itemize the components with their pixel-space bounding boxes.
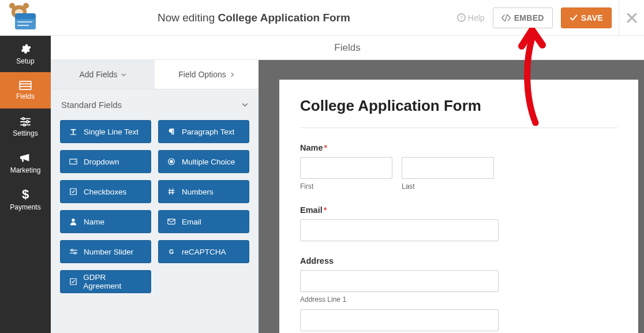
fields-panel: Add Fields Field Options Standard Fields xyxy=(51,60,259,333)
address-line1-input[interactable] xyxy=(300,270,499,292)
email-icon xyxy=(167,218,176,225)
field-gdpr-agreement[interactable]: GDPR Agreement xyxy=(60,270,151,293)
standard-fields-section[interactable]: Standard Fields xyxy=(51,89,259,120)
app-logo xyxy=(0,5,51,31)
embed-button[interactable]: EMBED xyxy=(493,8,553,28)
close-icon xyxy=(627,13,637,23)
field-recaptcha[interactable]: GreCAPTCHA xyxy=(158,240,249,263)
close-button[interactable] xyxy=(619,0,644,36)
field-name[interactable]: Name xyxy=(60,210,151,233)
gear-icon xyxy=(20,43,31,55)
field-email[interactable]: Email xyxy=(158,210,249,233)
chevron-down-icon xyxy=(242,102,248,108)
panel-title: Fields xyxy=(51,36,644,60)
field-number-slider[interactable]: Number Slider xyxy=(60,240,151,263)
checkbox-icon xyxy=(69,278,77,286)
field-panel-tabs: Add Fields Field Options xyxy=(51,60,259,89)
megaphone-icon xyxy=(19,152,32,164)
builder-area: Fields Add Fields Field Options xyxy=(51,36,644,333)
checkbox-icon xyxy=(69,188,78,196)
sidebar-nav: Setup Fields Settings Marketing $ Paymen… xyxy=(0,36,51,333)
check-icon xyxy=(570,14,578,22)
sidebar-item-setup[interactable]: Setup xyxy=(0,36,51,72)
help-link[interactable]: ? Help xyxy=(457,13,485,23)
header-title: Now editing College Application Form xyxy=(51,12,457,24)
dropdown-icon xyxy=(69,158,78,166)
field-name-preview[interactable]: Name* First Last xyxy=(300,143,617,190)
address-line2-input[interactable] xyxy=(300,309,499,331)
svg-line-17 xyxy=(170,189,170,195)
svg-point-10 xyxy=(23,124,25,126)
radio-icon xyxy=(167,158,176,166)
svg-line-18 xyxy=(173,189,173,195)
chevron-right-icon xyxy=(230,72,235,77)
required-mark: * xyxy=(324,143,328,152)
preview-form-title: College Application Form xyxy=(300,97,617,128)
field-numbers[interactable]: Numbers xyxy=(158,180,249,203)
help-icon: ? xyxy=(457,13,466,22)
slider-icon xyxy=(69,248,78,255)
sliders-icon xyxy=(20,117,31,127)
svg-text:$: $ xyxy=(22,188,29,201)
dollar-icon: $ xyxy=(21,188,29,201)
now-editing-label: Now editing xyxy=(158,12,215,24)
sidebar-item-marketing[interactable]: Marketing xyxy=(0,145,51,181)
preview-area: College Application Form Name* First Las… xyxy=(259,60,644,333)
email-input[interactable] xyxy=(300,219,499,241)
svg-point-9 xyxy=(27,121,29,123)
sidebar-item-settings[interactable]: Settings xyxy=(0,108,51,145)
text-icon xyxy=(69,128,78,136)
recaptcha-icon: G xyxy=(167,248,176,256)
svg-text:?: ? xyxy=(460,15,463,21)
required-mark: * xyxy=(324,205,327,215)
svg-point-25 xyxy=(71,249,73,251)
field-checkboxes[interactable]: Checkboxes xyxy=(60,180,151,203)
field-paragraph-text[interactable]: Paragraph Text xyxy=(158,120,249,143)
field-multiple-choice[interactable]: Multiple Choice xyxy=(158,150,249,173)
svg-point-8 xyxy=(23,117,25,119)
form-icon xyxy=(19,81,32,90)
field-address-preview[interactable]: Address Address Line 1 Address Line 2 xyxy=(300,256,617,333)
field-single-line-text[interactable]: Single Line Text xyxy=(60,120,151,143)
svg-point-26 xyxy=(74,252,76,254)
svg-text:G: G xyxy=(169,248,174,255)
chevron-down-icon xyxy=(121,72,126,77)
header-bar: Now editing College Application Form ? H… xyxy=(0,0,644,36)
sidebar-item-payments[interactable]: $ Payments xyxy=(0,181,51,218)
svg-rect-22 xyxy=(168,219,175,225)
form-name: College Application Form xyxy=(218,12,350,24)
first-name-input[interactable] xyxy=(300,157,392,179)
user-icon xyxy=(69,218,78,226)
tab-add-fields[interactable]: Add Fields xyxy=(51,60,155,89)
svg-point-21 xyxy=(72,219,74,222)
svg-rect-2 xyxy=(20,81,31,89)
hash-icon xyxy=(167,188,176,196)
save-button[interactable]: SAVE xyxy=(561,8,612,28)
code-icon xyxy=(501,14,511,22)
form-preview[interactable]: College Application Form Name* First Las… xyxy=(279,80,638,333)
sidebar-item-fields[interactable]: Fields xyxy=(0,72,51,108)
paragraph-icon xyxy=(167,128,176,136)
field-email-preview[interactable]: Email* xyxy=(300,205,617,241)
last-name-input[interactable] xyxy=(402,157,494,179)
tab-field-options[interactable]: Field Options xyxy=(155,60,259,89)
field-dropdown[interactable]: Dropdown xyxy=(60,150,151,173)
svg-point-15 xyxy=(170,160,173,163)
